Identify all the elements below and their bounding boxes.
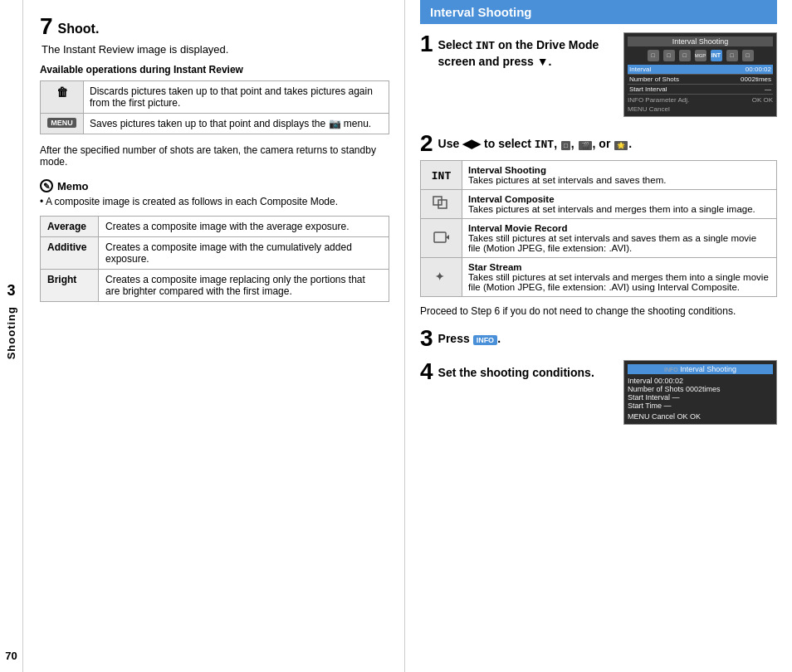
ss2-start-time-label: Start Time xyxy=(628,402,662,410)
ss1-title: Interval Shooting xyxy=(628,37,773,46)
int-desc: Interval Shooting Takes pictures at set … xyxy=(462,161,777,190)
ss2-shots-value: 0002times xyxy=(686,385,721,393)
ss-icon: □ xyxy=(742,50,754,61)
memo-text: • A composite image is created as follow… xyxy=(40,196,389,207)
menu-btn-cell: MENU xyxy=(41,114,84,134)
memo-title: Memo xyxy=(57,180,89,192)
ss1-footer-left: INFO Parameter Adj. xyxy=(628,96,689,104)
star-text-desc: Takes still pictures at set intervals an… xyxy=(468,272,769,292)
composite-icon-svg xyxy=(433,196,451,211)
int-label: INT xyxy=(432,170,451,183)
int-cell: INT xyxy=(421,161,462,190)
ss2-row-start-interval: Start Interval — xyxy=(628,393,773,402)
ss-icon-int: INT xyxy=(711,50,722,61)
movie-icon: 🎬 xyxy=(579,141,592,150)
step3: 3 Press INFO. xyxy=(420,327,777,350)
svg-rect-2 xyxy=(434,232,446,242)
star-cell: ✦ xyxy=(421,258,462,297)
star-stream-icon-svg: ✦ xyxy=(433,269,451,284)
ss1-icons: □ □ □ MGP INT □ □ xyxy=(628,49,773,62)
ss1-shots-label: Number of Shots xyxy=(629,75,679,83)
step2-heading: 2 Use ◀▶ to select INT, □, 🎬, or 🌟. xyxy=(420,132,777,155)
step4: 4 INFO Interval Shooting Interval 00:00:… xyxy=(420,360,777,425)
table-row: ✦ Star Stream Takes still pictures at se… xyxy=(421,258,777,297)
ss2-start-time-value: — xyxy=(664,402,672,410)
ss1-row-interval: Interval 00:00:02 xyxy=(628,65,773,75)
int-title: Interval Shooting xyxy=(468,165,546,175)
step7-number: 7 xyxy=(40,15,53,38)
memo-icon: ✎ xyxy=(40,179,53,192)
ss1-start-value: — xyxy=(765,85,771,93)
step3-number: 3 xyxy=(420,327,433,350)
ss-icon: □ xyxy=(726,50,738,61)
step1: 1 Interval Shooting □ □ □ MGP INT □ □ xyxy=(420,32,777,122)
composite-cell xyxy=(421,190,462,219)
ss2-row-shots: Number of Shots 0002times xyxy=(628,385,773,393)
trash-icon-cell: 🗑 xyxy=(41,81,84,114)
screenshot1: Interval Shooting □ □ □ MGP INT □ □ Inte… xyxy=(623,32,777,117)
step4-number: 4 xyxy=(420,360,433,383)
camera-icon: 📷 xyxy=(329,118,341,129)
int-icon: INT xyxy=(535,139,554,151)
memo-section: ✎ Memo • A composite image is created as… xyxy=(40,179,389,207)
star-title: Star Stream xyxy=(468,262,522,272)
table-row: 🗑 Discards pictures taken up to that poi… xyxy=(41,81,389,114)
ss1-footer: INFO Parameter Adj. OK OK xyxy=(628,95,773,104)
composite-title: Interval Composite xyxy=(468,194,555,204)
svg-rect-0 xyxy=(433,197,442,205)
ss-icon: □ xyxy=(648,50,659,61)
ss-icon: □ xyxy=(663,50,675,61)
star-icon: 🌟 xyxy=(614,141,628,150)
ss2-footer: MENU Cancel OK OK xyxy=(628,410,773,421)
svg-text:✦: ✦ xyxy=(435,270,444,283)
main-content: 7 Shoot. The Instant Review image is dis… xyxy=(23,0,792,672)
composite-text-desc: Takes pictures at set intervals and merg… xyxy=(468,204,755,214)
ss2-row-start-time: Start Time — xyxy=(628,402,773,410)
movie-title: Interval Movie Record xyxy=(468,223,568,233)
int-text-desc: Takes pictures at set intervals and save… xyxy=(468,175,666,185)
table-row: Bright Creates a composite image replaci… xyxy=(41,270,389,302)
step7-title: Shoot. xyxy=(58,15,100,37)
step1-content: Interval Shooting □ □ □ MGP INT □ □ Inte… xyxy=(438,32,777,122)
ss1-cancel: MENU Cancel xyxy=(628,105,670,113)
bright-desc: Creates a composite image replacing only… xyxy=(99,270,389,302)
ss1-start-label: Start Interval xyxy=(629,85,667,93)
step3-content: Press INFO. xyxy=(438,327,777,345)
step4-content: INFO Interval Shooting Interval 00:00:02… xyxy=(438,360,777,425)
page-number: 70 xyxy=(5,650,17,662)
sidebar: 3 Shooting 70 xyxy=(0,0,23,672)
trash-icon: 🗑 xyxy=(56,85,68,99)
composite-desc: Interval Composite Takes pictures at set… xyxy=(462,190,777,219)
bright-label: Bright xyxy=(41,270,99,302)
star-desc: Star Stream Takes still pictures at set … xyxy=(462,258,777,297)
svg-rect-1 xyxy=(438,200,447,208)
table-row: Interval Movie Record Takes still pictur… xyxy=(421,219,777,258)
op1-desc: Discards pictures taken up to that point… xyxy=(84,81,389,114)
table-row: Average Creates a composite image with t… xyxy=(41,217,389,237)
ss1-interval-label: Interval xyxy=(629,66,651,73)
ss1-footer-right: OK OK xyxy=(752,96,773,104)
ss2-row-interval: Interval 00:00:02 xyxy=(628,377,773,385)
chapter-label: Shooting xyxy=(5,306,17,359)
ss2-info-label: INFO xyxy=(664,367,678,373)
step2-title: Use ◀▶ to select INT, □, 🎬, or 🌟. xyxy=(438,132,777,151)
ss1-row-start: Start Interval — xyxy=(628,85,773,95)
subsection-title: Available operations during Instant Revi… xyxy=(40,64,389,75)
screenshot2: INFO Interval Shooting Interval 00:00:02… xyxy=(623,360,777,425)
step1-heading: 1 Interval Shooting □ □ □ MGP INT □ □ xyxy=(420,32,777,122)
step1-number: 1 xyxy=(420,32,433,56)
ss2-shots-label: Number of Shots xyxy=(628,385,684,393)
average-label: Average xyxy=(41,217,99,237)
movie-icon-svg xyxy=(433,230,451,245)
memo-bullet: A composite image is created as follows … xyxy=(46,196,338,207)
ss2-interval-label: Interval xyxy=(628,377,653,385)
movie-cell xyxy=(421,219,462,258)
ss-icon: □ xyxy=(679,50,691,61)
ss1-shots-value: 0002times xyxy=(741,75,771,83)
ss2-footer-ok: OK OK xyxy=(677,412,702,421)
ss2-start-interval-value: — xyxy=(672,393,680,402)
table-row: INT Interval Shooting Takes pictures at … xyxy=(421,161,777,190)
ss2-start-interval-label: Start Interval xyxy=(628,393,670,402)
ss2-interval-value: 00:00:02 xyxy=(654,377,683,385)
step4-heading: 4 INFO Interval Shooting Interval 00:00:… xyxy=(420,360,777,425)
